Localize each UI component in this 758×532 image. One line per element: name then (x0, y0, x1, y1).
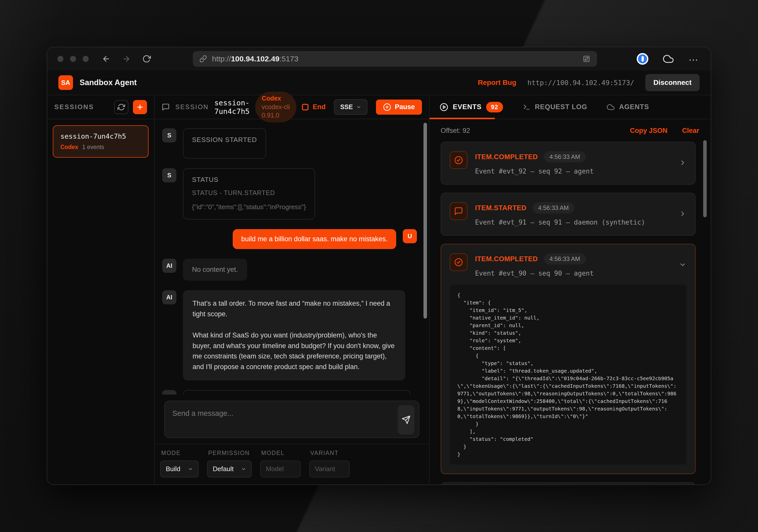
events-toolbar: Offset: 92 Copy JSON Clear (430, 119, 711, 140)
session-id: session-7un4c7h5 (214, 99, 250, 116)
event-type: ITEM.COMPLETED (475, 255, 538, 263)
model-input[interactable] (260, 460, 301, 478)
app-title: Sandbox Agent (80, 78, 137, 87)
system-avatar: S (162, 168, 176, 183)
assistant-message: AI That's a tall order. To move fast and… (162, 290, 417, 381)
clear-events-button[interactable]: Clear (682, 127, 699, 135)
report-bug-link[interactable]: Report Bug (478, 79, 516, 87)
event-summary: Event #evt_91 — seq 91 — daemon (synthet… (475, 218, 671, 226)
back-icon[interactable] (102, 54, 110, 63)
variant-input[interactable] (309, 460, 350, 478)
message-bubble: STATUS STATUS - TURN.STARTED {"id":"0","… (183, 168, 315, 219)
cloud-download-icon[interactable] (663, 53, 673, 64)
app-header: SA Sandbox Agent Report Bug http://100.9… (47, 71, 711, 95)
message-bubble: No content yet. (183, 259, 247, 281)
chevron-down-icon[interactable] (679, 261, 686, 270)
sessions-title: SESSIONS (54, 103, 94, 111)
system-message: S STATUS STATUS - THREAD.TOKEN_USAGE.UPD… (162, 390, 417, 395)
event-card[interactable]: ITEM.STARTED 4:56:33 AM Event #evt_89 — … (441, 482, 696, 484)
stop-icon (302, 104, 308, 110)
message-bubble: SESSION STARTED (183, 128, 266, 159)
event-type: ITEM.STARTED (475, 204, 527, 212)
tab-agents[interactable]: AGENTS (607, 103, 649, 111)
chat-bubble-icon (450, 202, 467, 220)
active-tab-indicator (430, 118, 495, 119)
chevron-down-icon (188, 467, 193, 472)
minimize-window-button[interactable] (70, 56, 76, 62)
event-card[interactable]: ITEM.STARTED 4:56:33 AM Event #evt_91 — … (441, 193, 696, 236)
check-circle-icon (450, 151, 467, 169)
session-name: session-7un4c7h5 (60, 132, 141, 140)
sessions-sidebar: SESSIONS session-7un4c7h5 Codex 1 events (47, 95, 155, 484)
pause-button[interactable]: Pause (376, 100, 422, 115)
disconnect-button[interactable]: Disconnect (645, 74, 700, 91)
event-type: ITEM.COMPLETED (475, 153, 538, 161)
app-logo: SA (58, 75, 73, 90)
new-session-button[interactable] (133, 100, 147, 114)
events-panel: EVENTS 92 REQUEST LOG AGENTS Offset: 92 … (430, 95, 711, 484)
tab-events[interactable]: EVENTS 92 (440, 102, 503, 113)
composer-box (164, 401, 419, 438)
variant-label: VARIANT (310, 449, 350, 456)
chevron-down-icon (356, 105, 361, 110)
maximize-window-button[interactable] (83, 56, 89, 62)
chevron-right-icon[interactable] (679, 210, 686, 218)
events-tabs: EVENTS 92 REQUEST LOG AGENTS (430, 95, 711, 119)
system-message: S SESSION STARTED (162, 128, 417, 159)
mode-label: MODE (161, 449, 199, 456)
event-summary: Event #evt_92 — seq 92 — agent (475, 167, 671, 175)
play-circle-icon (440, 103, 448, 112)
browser-toolbar: http://100.94.102.49:5173 … (47, 47, 711, 71)
event-card[interactable]: ITEM.COMPLETED 4:56:33 AM Event #evt_92 … (441, 142, 696, 185)
message-bubble: STATUS STATUS - THREAD.TOKEN_USAGE.UPDAT… (183, 390, 410, 395)
tab-request-log[interactable]: REQUEST LOG (523, 103, 587, 111)
transport-select[interactable]: SSE (334, 99, 367, 115)
session-icon (162, 103, 170, 111)
reload-icon[interactable] (142, 54, 151, 63)
event-timestamp: 4:56:33 AM (544, 151, 586, 162)
browser-menu-icon[interactable]: … (688, 54, 700, 63)
cloud-icon (607, 103, 614, 111)
send-icon (401, 415, 411, 424)
assistant-avatar: AI (162, 290, 176, 304)
session-event-count: 1 events (82, 144, 104, 150)
chevron-right-icon[interactable] (679, 159, 686, 167)
session-agent-label: Codex (60, 144, 78, 150)
send-button[interactable] (398, 405, 414, 435)
model-label: MODEL (261, 449, 301, 456)
close-window-button[interactable] (57, 56, 63, 62)
chevron-down-icon (241, 467, 246, 472)
end-session-button[interactable]: End (302, 103, 326, 111)
session-list-item[interactable]: session-7un4c7h5 Codex 1 events (53, 125, 149, 158)
browser-window: http://100.94.102.49:5173 … SA Sandbox A… (47, 47, 711, 485)
copy-json-button[interactable]: Copy JSON (630, 127, 668, 135)
mode-select[interactable]: Build (160, 460, 199, 478)
session-options-bar: MODE Build PERMISSION Default MODEL (155, 444, 429, 484)
system-message: S STATUS STATUS - TURN.STARTED {"id":"0"… (162, 168, 417, 219)
composer (155, 395, 429, 444)
refresh-sessions-button[interactable] (114, 100, 128, 114)
agent-version-badge: Codex vcodex-cli 0.91.0 (255, 92, 297, 122)
user-avatar: U (403, 229, 417, 243)
chat-scrollbar[interactable] (424, 123, 427, 318)
permission-label: PERMISSION (208, 449, 252, 456)
address-bar[interactable]: http://100.94.102.49:5173 (193, 51, 597, 67)
event-card-expanded[interactable]: ITEM.COMPLETED 4:56:33 AM Event #evt_90 … (441, 244, 696, 474)
events-scrollbar[interactable] (703, 140, 707, 217)
link-icon (199, 55, 207, 63)
message-bubble: That's a tall order. To move fast and “m… (183, 290, 405, 381)
server-url: http://100.94.102.49:5173/ (527, 79, 634, 87)
terminal-icon (523, 103, 530, 111)
forward-icon[interactable] (122, 54, 131, 63)
password-manager-extension-icon[interactable] (637, 53, 648, 65)
message-input[interactable] (172, 405, 398, 433)
window-controls[interactable] (57, 56, 89, 62)
system-avatar: S (162, 390, 176, 395)
system-avatar: S (162, 128, 176, 143)
event-payload-json: { "item": { "item_id": "itm_5", "native_… (450, 285, 686, 465)
permission-select[interactable]: Default (207, 460, 252, 478)
reader-settings-icon[interactable] (582, 55, 591, 63)
session-label: SESSION (175, 103, 209, 111)
user-message: build me a billion dollar saas. make no … (162, 229, 417, 249)
message-bubble: build me a billion dollar saas. make no … (233, 229, 396, 249)
